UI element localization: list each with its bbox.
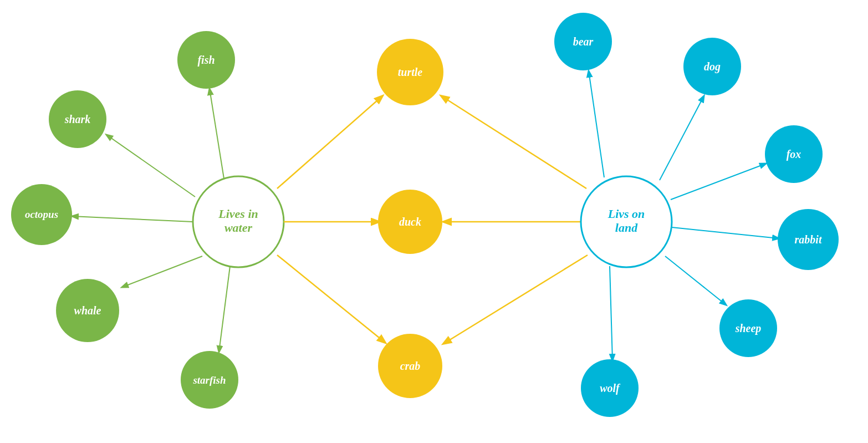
line-land-to-crab — [443, 255, 588, 344]
crab-label: crab — [400, 360, 421, 372]
whale-label: whale — [74, 304, 101, 317]
sheep-label: sheep — [735, 322, 762, 335]
land-center-label2: land — [615, 221, 638, 235]
land-center-label: Livs on — [607, 207, 645, 221]
dog-label: dog — [704, 60, 721, 73]
line-to-bear — [589, 71, 604, 177]
line-to-dog — [660, 96, 704, 180]
line-to-sheep — [665, 256, 726, 305]
fox-label: fox — [787, 148, 801, 161]
shark-label: shark — [64, 113, 91, 125]
water-center-label: Lives in — [218, 207, 258, 221]
mind-map-diagram: Lives in water fish shark octopus whale … — [0, 0, 868, 443]
bear-label: bear — [573, 35, 594, 48]
water-center-label2: water — [224, 221, 253, 235]
octopus-label: octopus — [25, 208, 58, 220]
line-to-shark — [106, 135, 195, 197]
starfish-label: starfish — [192, 374, 226, 386]
line-to-starfish — [219, 266, 230, 352]
line-to-octopus — [72, 216, 193, 222]
line-to-wolf — [610, 266, 612, 360]
fish-label: fish — [197, 54, 215, 67]
line-water-to-crab — [277, 255, 385, 343]
rabbit-label: rabbit — [795, 233, 823, 246]
duck-label: duck — [399, 216, 421, 228]
line-to-fox — [671, 164, 766, 200]
line-to-whale — [122, 256, 202, 287]
line-water-to-turtle — [277, 96, 382, 189]
line-land-to-turtle — [441, 96, 586, 189]
line-to-rabbit — [672, 227, 779, 238]
wolf-label: wolf — [600, 382, 621, 395]
turtle-label: turtle — [398, 66, 423, 78]
line-to-fish — [210, 89, 224, 179]
